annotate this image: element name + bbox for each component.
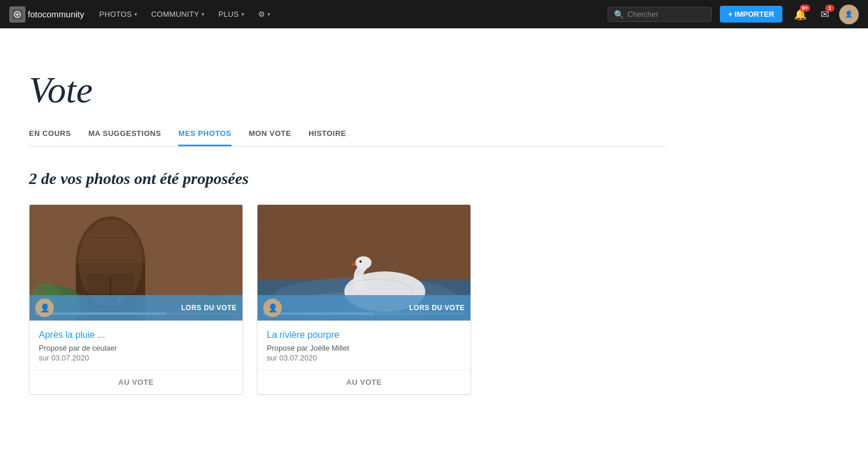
card-footer: AU VOTE bbox=[30, 369, 242, 394]
search-icon: 🔍 bbox=[614, 10, 624, 19]
tab-mon-vote[interactable]: MON VOTE bbox=[249, 129, 291, 146]
tab-mes-photos[interactable]: MES PHOTOS bbox=[178, 129, 231, 146]
card-proposed-by: Proposé par Joëlle Millet bbox=[267, 344, 461, 352]
card-banner-label: LORS DU VOTE bbox=[286, 304, 465, 312]
chevron-down-icon: ▾ bbox=[201, 11, 204, 17]
nav-community-label: COMMUNITY bbox=[151, 10, 199, 19]
card-body: La rivière pourpre Proposé par Joëlle Mi… bbox=[258, 321, 470, 369]
tab-ma-suggestions[interactable]: MA SUGGESTIONS bbox=[89, 129, 161, 146]
card-avatar: 👤 bbox=[35, 299, 54, 317]
card-body: Après la pluie ... Proposé par de ceulae… bbox=[30, 321, 242, 369]
card-label-banner: 👤 LORS DU VOTE bbox=[258, 295, 470, 321]
page-title: Vote bbox=[29, 69, 665, 112]
card-date: sur 03.07.2020 bbox=[39, 354, 233, 362]
chevron-down-icon: ▾ bbox=[241, 11, 244, 17]
user-avatar[interactable]: 👤 bbox=[839, 5, 859, 24]
photo-card: 88 votes 👤 LORS DU VOTE La rivière pourp… bbox=[257, 204, 471, 395]
search-box[interactable]: 🔍 bbox=[608, 7, 712, 22]
cards-grid: 86 votes 👤 LORS DU VOTE Après la pluie .… bbox=[29, 204, 665, 395]
logo[interactable]: fotocommunity bbox=[9, 6, 84, 23]
nav-plus[interactable]: PLUS ▾ bbox=[213, 0, 250, 28]
tab-en-cours[interactable]: EN COURS bbox=[29, 129, 71, 146]
nav-photos-label: PHOTOS bbox=[100, 10, 132, 19]
au-vote-button[interactable]: AU VOTE bbox=[118, 378, 153, 387]
card-image-wrap: 86 votes 👤 LORS DU VOTE bbox=[30, 205, 242, 321]
nav-plus-label: PLUS bbox=[219, 10, 239, 19]
svg-point-27 bbox=[355, 256, 372, 269]
card-image-wrap: 88 votes 👤 LORS DU VOTE bbox=[258, 205, 470, 321]
card-banner-label: LORS DU VOTE bbox=[58, 304, 237, 312]
card-proposed-by: Proposé par de ceulaer bbox=[39, 344, 233, 352]
card-footer: AU VOTE bbox=[258, 369, 470, 394]
logo-text: fotocommunity bbox=[28, 9, 84, 19]
card-date: sur 03.07.2020 bbox=[267, 354, 461, 362]
nav-settings[interactable]: ⚙ ▾ bbox=[252, 0, 277, 28]
svg-point-28 bbox=[359, 260, 362, 263]
nav-community[interactable]: COMMUNITY ▾ bbox=[145, 0, 210, 28]
notifications-badge: 9+ bbox=[800, 5, 810, 12]
notifications-button[interactable]: 🔔 9+ bbox=[790, 5, 810, 24]
navbar-icons: 🔔 9+ ✉ 1 👤 bbox=[790, 5, 859, 24]
navbar: fotocommunity PHOTOS ▾ COMMUNITY ▾ PLUS … bbox=[0, 0, 868, 28]
messages-button[interactable]: ✉ 1 bbox=[815, 5, 834, 24]
section-heading: 2 de vos photos ont été proposées bbox=[29, 170, 665, 188]
search-input[interactable] bbox=[627, 10, 705, 19]
card-title-link[interactable]: Après la pluie ... bbox=[39, 330, 233, 340]
chevron-down-icon: ▾ bbox=[134, 11, 137, 17]
card-avatar-face: 👤 bbox=[35, 299, 54, 317]
tab-histoire[interactable]: HISTOIRE bbox=[308, 129, 346, 146]
main-content: Vote EN COURS MA SUGGESTIONS MES PHOTOS … bbox=[0, 28, 694, 429]
photo-card: 86 votes 👤 LORS DU VOTE Après la pluie .… bbox=[29, 204, 243, 395]
card-label-banner: 👤 LORS DU VOTE bbox=[30, 295, 242, 321]
chevron-down-icon: ▾ bbox=[267, 11, 270, 17]
card-title-link[interactable]: La rivière pourpre bbox=[267, 330, 461, 340]
import-button[interactable]: + IMPORTER bbox=[720, 6, 782, 23]
tabs-bar: EN COURS MA SUGGESTIONS MES PHOTOS MON V… bbox=[29, 129, 665, 146]
nav-photos[interactable]: PHOTOS ▾ bbox=[94, 0, 144, 28]
card-avatar: 👤 bbox=[263, 299, 282, 317]
svg-point-2 bbox=[16, 13, 19, 16]
logo-icon bbox=[9, 6, 25, 23]
au-vote-button[interactable]: AU VOTE bbox=[346, 378, 381, 387]
messages-badge: 1 bbox=[825, 5, 834, 12]
avatar-face: 👤 bbox=[839, 5, 859, 24]
gear-icon: ⚙ bbox=[258, 10, 265, 19]
card-avatar-face: 👤 bbox=[263, 299, 282, 317]
